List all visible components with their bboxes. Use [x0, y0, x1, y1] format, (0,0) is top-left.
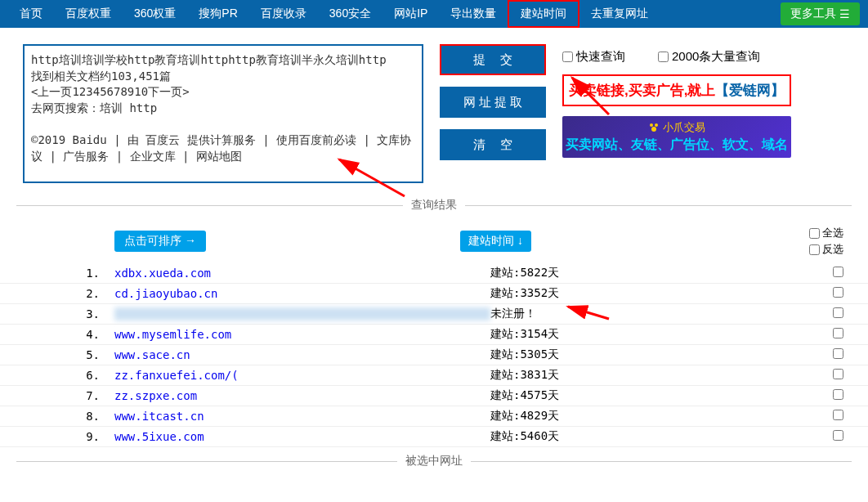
- nav-bar: 首页百度权重360权重搜狗PR百度收录360安全网站IP导出数量建站时间去重复网…: [0, 0, 868, 28]
- row-checkbox[interactable]: [833, 348, 843, 359]
- table-row: 1.xdbx.xueda.com建站:5822天: [0, 263, 868, 284]
- row-url[interactable]: hidden.example.cn: [114, 307, 490, 320]
- nav-item-6[interactable]: 网站IP: [383, 0, 439, 28]
- row-checkbox[interactable]: [833, 287, 843, 298]
- nav-item-2[interactable]: 360权重: [123, 0, 187, 28]
- divider-line-left: [16, 205, 403, 206]
- nav-item-0[interactable]: 首页: [8, 0, 54, 28]
- row-build-time: 建站:5460天: [490, 429, 752, 444]
- paw-icon: [648, 122, 660, 133]
- row-checkbox[interactable]: [833, 307, 843, 318]
- results-divider: 查询结果: [16, 198, 852, 213]
- table-row: 5.www.sace.cn建站:5305天: [0, 345, 868, 365]
- row-number: 9.: [25, 430, 114, 443]
- submit-button[interactable]: 提交: [440, 44, 546, 75]
- row-build-time: 建站:5822天: [490, 266, 752, 280]
- ad-banner-2[interactable]: 小爪交易 买卖网站、友链、广告位、软文、域名: [562, 116, 791, 158]
- sort-button[interactable]: 点击可排序 →: [114, 231, 206, 252]
- url-input-textarea[interactable]: [23, 44, 423, 183]
- row-number: 1.: [25, 267, 114, 280]
- row-checkbox[interactable]: [833, 430, 843, 441]
- nav-item-9[interactable]: 去重复网址: [579, 0, 660, 28]
- row-number: 6.: [25, 369, 114, 382]
- divider-line-right: [465, 205, 852, 206]
- select-all-checkbox[interactable]: [809, 228, 820, 239]
- row-build-time: 建站:4829天: [490, 409, 752, 424]
- row-url[interactable]: www.mysemlife.com: [114, 328, 490, 341]
- row-checkbox[interactable]: [833, 328, 843, 338]
- invert-select-checkbox[interactable]: [809, 244, 820, 255]
- divider-line-right-2: [471, 461, 852, 462]
- table-row: 6.zz.fanxuefei.com/(建站:3831天: [0, 365, 868, 386]
- ad1-text2: 【爱链网】: [715, 83, 785, 98]
- table-row: 4.www.mysemlife.com建站:3154天: [0, 325, 868, 345]
- ad-banner-1[interactable]: 买卖链接,买卖广告,就上【爱链网】: [562, 74, 791, 106]
- extract-url-button[interactable]: 网址提取: [440, 87, 546, 118]
- row-checkbox-wrap: [833, 287, 843, 300]
- nav-item-7[interactable]: 导出数量: [439, 0, 508, 28]
- invert-select-label[interactable]: 反选: [809, 242, 843, 257]
- nav-item-5[interactable]: 360安全: [318, 0, 383, 28]
- table-row: 3.hidden.example.cn未注册！: [0, 304, 868, 325]
- row-number: 3.: [25, 307, 114, 320]
- svg-point-0: [650, 123, 653, 127]
- row-build-time: 建站:3831天: [490, 368, 752, 383]
- row-checkbox[interactable]: [833, 267, 843, 277]
- bulk-query-label[interactable]: 2000条大量查询: [658, 49, 760, 65]
- nav-item-1[interactable]: 百度权重: [54, 0, 123, 28]
- row-url[interactable]: www.sace.cn: [114, 348, 490, 361]
- table-row: 8.www.itcast.cn建站:4829天: [0, 406, 868, 427]
- nav-item-8[interactable]: 建站时间: [508, 0, 579, 28]
- row-url[interactable]: zz.fanxuefei.com/(: [114, 369, 490, 382]
- row-build-time: 建站:3154天: [490, 327, 752, 342]
- right-column: 快速查询 2000条大量查询 买卖链接,买卖广告,就上【爱链网】 小爪交易 买卖…: [562, 44, 791, 183]
- row-number: 8.: [25, 410, 114, 423]
- nav-item-3[interactable]: 搜狗PR: [187, 0, 248, 28]
- table-row: 7.zz.szpxe.com建站:4575天: [0, 386, 868, 406]
- fast-query-text: 快速查询: [576, 49, 625, 65]
- bulk-query-text: 2000条大量查询: [672, 49, 760, 65]
- svg-point-2: [651, 127, 656, 132]
- row-build-time: 建站:5305天: [490, 347, 752, 362]
- row-url[interactable]: zz.szpxe.com: [114, 389, 490, 402]
- ad2-brand-row: 小爪交易: [566, 120, 788, 135]
- row-checkbox[interactable]: [833, 369, 843, 379]
- row-number: 7.: [25, 389, 114, 402]
- select-controls: 全选 反选: [809, 226, 843, 257]
- svg-point-1: [655, 123, 658, 127]
- clear-button[interactable]: 清空: [440, 129, 546, 160]
- menu-icon: ☰: [839, 7, 850, 20]
- fast-query-checkbox[interactable]: [562, 52, 573, 62]
- row-build-time: 建站:4575天: [490, 388, 752, 403]
- row-checkbox[interactable]: [833, 410, 843, 420]
- nav-more-tools[interactable]: 更多工具☰: [781, 2, 860, 25]
- select-all-text: 全选: [822, 226, 843, 240]
- build-time-sort-button[interactable]: 建站时间 ↓: [460, 231, 531, 252]
- ad1-text1: 买卖链接,买卖广告,就上: [569, 83, 715, 98]
- main-area: 提交 网址提取 清空 快速查询 2000条大量查询 买卖链接,买卖广告,就上【爱…: [0, 28, 868, 191]
- row-url[interactable]: www.itcast.cn: [114, 410, 490, 423]
- bulk-query-checkbox[interactable]: [658, 52, 669, 62]
- row-checkbox-wrap: [833, 328, 843, 341]
- checkbox-row: 快速查询 2000条大量查询: [562, 49, 791, 65]
- result-header: 点击可排序 → 建站时间 ↓ 全选 反选: [0, 219, 868, 263]
- row-url[interactable]: xdbx.xueda.com: [114, 267, 490, 280]
- select-all-label[interactable]: 全选: [809, 226, 843, 240]
- fast-query-label[interactable]: 快速查询: [562, 49, 625, 65]
- row-checkbox-wrap: [833, 410, 843, 423]
- selected-divider-label: 被选中网址: [405, 454, 463, 468]
- row-build-time: 未注册！: [490, 307, 752, 321]
- ad2-services-text: 买卖网站、友链、广告位、软文、域名: [566, 137, 788, 154]
- row-number: 5.: [25, 348, 114, 361]
- row-checkbox-wrap: [833, 348, 843, 361]
- row-url[interactable]: cd.jiaoyubao.cn: [114, 287, 490, 300]
- row-checkbox-wrap: [833, 389, 843, 402]
- table-row: 9.www.5ixue.com建站:5460天: [0, 427, 868, 447]
- row-checkbox-wrap: [833, 307, 843, 320]
- nav-item-4[interactable]: 百度收录: [249, 0, 318, 28]
- button-column: 提交 网址提取 清空: [440, 44, 546, 183]
- row-url[interactable]: www.5ixue.com: [114, 430, 490, 443]
- row-checkbox-wrap: [833, 369, 843, 382]
- row-checkbox[interactable]: [833, 389, 843, 400]
- ad2-brand-text: 小爪交易: [663, 120, 705, 135]
